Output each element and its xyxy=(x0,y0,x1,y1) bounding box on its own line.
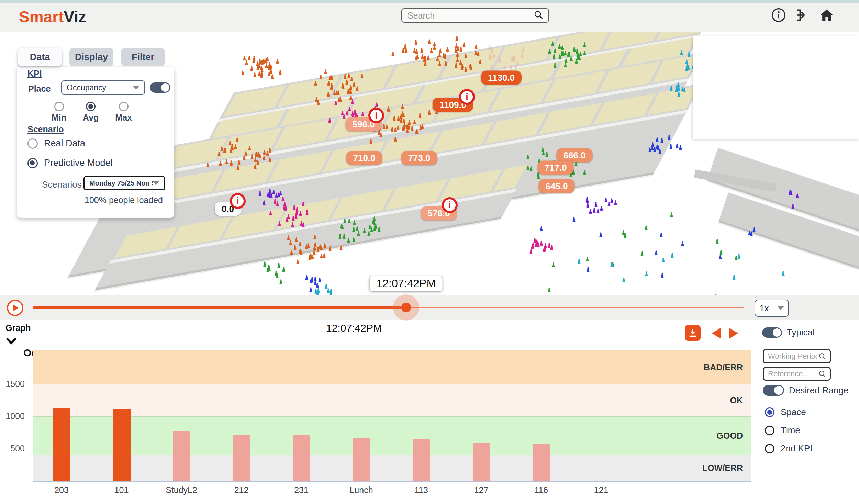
graph-section: Graph 12:07:42PM Occupancy BAD/ERROKGOOD… xyxy=(0,320,859,504)
y-tick-label: 1000 xyxy=(0,411,25,421)
place-label: Place xyxy=(28,84,51,94)
mode-radios: SpaceTime2nd KPI xyxy=(765,407,813,454)
chart-bar-116 xyxy=(533,444,550,481)
home-icon[interactable] xyxy=(819,8,834,23)
scenarios-select-value: Monday 75/25 Non Stagge xyxy=(89,179,153,187)
agg-radio-max[interactable] xyxy=(119,102,129,111)
agg-radio-avg[interactable] xyxy=(86,102,96,111)
reference-input[interactable] xyxy=(767,369,818,379)
kpi-heading: KPI xyxy=(27,69,42,79)
graph-time-label: 12:07:42PM xyxy=(0,322,708,334)
reference-search[interactable] xyxy=(763,367,831,381)
chart-bar-127 xyxy=(473,443,490,481)
timeline-thumb[interactable] xyxy=(401,303,411,312)
room-value-badge: 1130.0 xyxy=(481,71,522,85)
people-loaded-text: 100% people loaded xyxy=(85,195,163,205)
chart-band-ok xyxy=(33,384,751,416)
x-category-label: 101 xyxy=(114,485,129,495)
play-icon xyxy=(13,304,19,311)
chart-band-low-err xyxy=(33,455,751,481)
search-input[interactable] xyxy=(407,10,533,21)
play-button[interactable] xyxy=(7,300,23,316)
scenario-option: Predictive Model xyxy=(27,158,113,168)
typical-toggle[interactable] xyxy=(762,327,782,338)
mode-radio-2nd-kpi[interactable] xyxy=(765,444,774,453)
chart-band-label: OK xyxy=(730,395,743,405)
kpi-toggle[interactable] xyxy=(150,82,170,93)
scenario-radio-predictive-model[interactable] xyxy=(27,158,38,168)
room-value-badge: 717.0 xyxy=(537,161,573,175)
app-logo: SmartViz xyxy=(19,8,86,26)
scenarios-select[interactable]: Monday 75/25 Non Stagge xyxy=(83,176,165,190)
desired-range-label: Desired Range xyxy=(789,385,848,396)
x-category-label: 203 xyxy=(54,485,69,495)
chart-bar-StudyL2 xyxy=(173,431,190,481)
agg-radio-min[interactable] xyxy=(54,102,64,111)
download-button[interactable] xyxy=(685,325,701,341)
chart-bar-231 xyxy=(293,435,310,481)
chart-bar-113 xyxy=(413,439,430,481)
scenarios-label: Scenarios xyxy=(42,179,82,190)
search-icon xyxy=(818,352,826,360)
agg-label: Avg xyxy=(83,113,99,123)
room-value-badge: 710.0 xyxy=(346,151,382,165)
mode-option: Space xyxy=(765,407,813,417)
chart-band-label: GOOD xyxy=(717,431,743,441)
chart-band-bad-err xyxy=(33,350,751,384)
logo-part-smart: Smart xyxy=(19,8,64,26)
room-info-icon[interactable]: i xyxy=(230,193,246,209)
tab-data[interactable]: Data xyxy=(18,48,62,66)
mode-radio-time[interactable] xyxy=(765,426,774,435)
y-tick-label: 500 xyxy=(0,444,25,453)
scenario-radio-real-data[interactable] xyxy=(27,138,38,149)
y-tick-label: 1500 xyxy=(0,379,25,389)
x-category-label: 231 xyxy=(294,485,309,495)
info-icon[interactable] xyxy=(771,8,786,23)
chart-gridline xyxy=(33,416,751,417)
chevron-down-icon xyxy=(153,181,159,185)
room-info-icon[interactable]: i xyxy=(442,197,458,213)
tab-display[interactable]: Display xyxy=(69,48,113,66)
place-select[interactable]: Occupancy xyxy=(61,80,145,95)
working-period-search[interactable] xyxy=(763,349,831,363)
room-value-badge: 645.0 xyxy=(538,179,574,193)
chart-bar-203 xyxy=(53,408,70,481)
room-info-icon[interactable]: i xyxy=(459,89,475,105)
top-accent-strip xyxy=(0,0,859,3)
speed-select[interactable]: 1x xyxy=(755,300,789,317)
logout-icon[interactable] xyxy=(794,8,810,23)
timeline-track-elapsed[interactable] xyxy=(33,306,406,309)
agg-label: Min xyxy=(52,113,66,123)
agg-option-max: Max xyxy=(115,102,132,123)
working-period-input[interactable] xyxy=(767,351,818,361)
room-value-badge: 666.0 xyxy=(556,148,592,163)
smartviz-screen: SmartViz iiiii1130.01109.0596.0710.0773.… xyxy=(0,0,859,504)
scenario-option: Real Data xyxy=(27,138,113,149)
x-category-label: 127 xyxy=(474,485,489,495)
chart-gridline xyxy=(33,449,751,449)
previous-button[interactable] xyxy=(712,328,721,339)
search-icon[interactable] xyxy=(533,10,544,21)
scenario-radios: Real DataPredictive Model xyxy=(27,138,113,168)
co2-card xyxy=(693,36,859,139)
x-category-label: 121 xyxy=(594,485,609,495)
next-button[interactable] xyxy=(729,328,738,339)
scenario-option-label: Predictive Model xyxy=(44,158,113,168)
mode-option: Time xyxy=(765,425,813,436)
chart-bar-Lunch xyxy=(353,438,370,481)
tab-filter[interactable]: Filter xyxy=(121,48,165,66)
timeline-track-remaining[interactable] xyxy=(406,307,744,308)
chevron-down-icon xyxy=(777,306,784,310)
mode-radio-space[interactable] xyxy=(765,407,774,417)
global-search[interactable] xyxy=(401,8,549,23)
chart-band-label: BAD/ERR xyxy=(704,362,743,372)
desired-range-toggle[interactable] xyxy=(763,385,784,396)
chart-bar-101 xyxy=(113,409,131,481)
room-info-icon[interactable]: i xyxy=(368,108,384,123)
aggregation-radios: MinAvgMax xyxy=(52,102,155,123)
logo-part-viz: Viz xyxy=(64,8,86,26)
chart-bar-212 xyxy=(233,435,250,481)
typical-label: Typical xyxy=(787,327,815,338)
scenario-heading: Scenario xyxy=(27,124,64,134)
graph-collapse-icon[interactable] xyxy=(6,334,16,344)
